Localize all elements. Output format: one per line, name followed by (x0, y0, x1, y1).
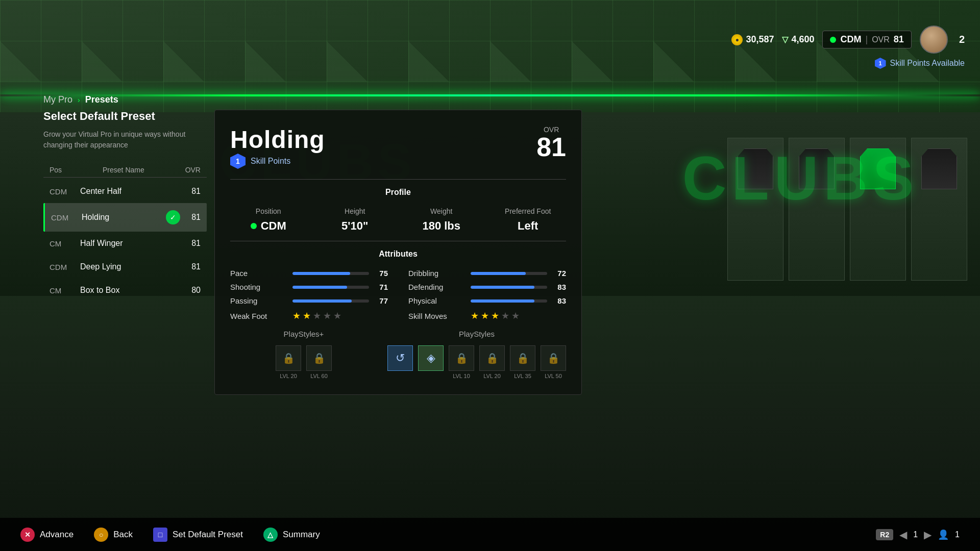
attr-passing-fill (292, 299, 352, 303)
jersey-4 (921, 148, 957, 189)
playstyle-2: ◈ (418, 345, 444, 379)
preset-row-deep-lying[interactable]: CDM Deep Lying 81 (43, 255, 207, 279)
divider-profile (230, 179, 566, 180)
preferred-foot-value: Left (490, 219, 567, 233)
attributes-grid: Pace 75 Dribbling 72 Shooting 71 Defendi… (230, 269, 566, 321)
playstyle-plus-1-box: 🔒 (276, 345, 301, 371)
attr-physical: Physical 83 (408, 296, 566, 305)
weight-value: 180 lbs (403, 219, 480, 233)
tokens-display: ▽ 4,600 (782, 34, 814, 45)
playstyle-1: ↺ (387, 345, 413, 379)
attr-pace-fill (292, 272, 350, 275)
player-number: 2 (959, 34, 965, 45)
skill-star-3: ★ (491, 310, 499, 321)
top-hud: ● 30,587 ▽ 4,600 CDM | OVR 81 2 1 Skill … (731, 26, 965, 69)
skill-points-row: 1 Skill Points (230, 154, 325, 169)
preset-row-half-winger[interactable]: CM Half Winger 81 (43, 232, 207, 255)
playstyles-section: PlayStyles ↺ ◈ 🔒 LVL 10 (387, 330, 566, 379)
playstyle-6: 🔒 LVL 50 (541, 345, 566, 379)
star-4: ★ (323, 310, 331, 321)
player-avatar (920, 26, 948, 54)
position-label: Position (230, 207, 307, 215)
attr-defending-bar (471, 286, 547, 289)
nav-arrow-left[interactable]: ◀ (899, 529, 907, 541)
breadcrumb-my-pro[interactable]: My Pro (43, 94, 72, 105)
card-ovr-value: 81 (536, 134, 566, 160)
preset-title: Holding (230, 126, 325, 154)
skill-star-5: ★ (511, 310, 520, 321)
attr-pace: Pace 75 (230, 269, 388, 278)
panel-description: Grow your Virtual Pro in unique ways wit… (43, 129, 207, 151)
playstyle-plus-2-lvl: LVL 60 (310, 373, 328, 379)
preset-pos-2: CM (50, 239, 80, 248)
playstyle-1-icon: ↺ (396, 352, 405, 365)
position-value: CDM (261, 219, 286, 233)
col-pos: Pos (50, 166, 62, 174)
ovr-block: OVR 81 (536, 126, 566, 160)
profile-grid: Position CDM Height 5'10" Weight 180 lbs… (230, 207, 566, 233)
action-set-default[interactable]: □ Set Default Preset (153, 528, 243, 542)
neon-strip (0, 94, 980, 96)
playstyle-3-box: 🔒 (449, 345, 474, 371)
playstyles-icons: ↺ ◈ 🔒 LVL 10 🔒 (387, 345, 566, 379)
divider-attributes (230, 241, 566, 241)
preset-ovr-0: 81 (185, 187, 201, 196)
profile-preferred-foot: Preferred Foot Left (490, 207, 567, 233)
preset-pos-1: CDM (51, 213, 82, 222)
playstyle-3-lvl: LVL 10 (453, 373, 470, 379)
preset-row-holding[interactable]: CDM Holding ✓ 81 (43, 203, 207, 232)
locker-4 (911, 138, 967, 281)
attr-physical-bar (471, 299, 547, 303)
action-advance[interactable]: ✕ Advance (20, 528, 74, 542)
playstyles-plus-section: PlayStyles+ 🔒 LVL 20 🔒 LVL 60 (230, 330, 377, 379)
attr-weak-foot-label: Weak Foot (230, 312, 286, 320)
skill-moves-stars: ★ ★ ★ ★ ★ (471, 310, 520, 321)
preset-row-box-to-box[interactable]: CM Box to Box 80 (43, 279, 207, 302)
preset-ovr-1: 81 (185, 213, 201, 222)
weak-foot-stars: ★ ★ ★ ★ ★ (292, 310, 341, 321)
skill-points-available-text: Skill Points Available (890, 59, 965, 68)
profile-weight: Weight 180 lbs (403, 207, 480, 233)
preset-name-3: Deep Lying (80, 262, 185, 271)
attr-physical-label: Physical (408, 296, 464, 305)
attr-passing-label: Passing (230, 296, 286, 305)
star-2: ★ (303, 310, 311, 321)
playstyle-plus-2-box: 🔒 (306, 345, 332, 371)
action-back[interactable]: ○ Back (94, 528, 133, 542)
attr-physical-fill (471, 299, 534, 303)
summary-label: Summary (283, 530, 320, 540)
attr-dribbling-label: Dribbling (408, 269, 464, 278)
badge-divider: | (865, 34, 868, 45)
attr-weak-foot: Weak Foot ★ ★ ★ ★ ★ (230, 310, 388, 321)
playstyles-container: PlayStyles+ 🔒 LVL 20 🔒 LVL 60 PlayStyl (230, 330, 566, 379)
position-dot (830, 37, 836, 43)
playstyle-2-icon: ◈ (427, 352, 435, 365)
preset-ovr-4: 80 (185, 286, 201, 295)
skill-star-2: ★ (481, 310, 489, 321)
r2-badge: R2 (876, 529, 893, 540)
main-card: Holding 1 Skill Points OVR 81 Profile Po… (214, 110, 582, 395)
playstyle-4: 🔒 LVL 20 (479, 345, 505, 379)
preset-name-1: Holding (82, 213, 166, 222)
position-badge: CDM | OVR 81 (822, 31, 911, 48)
preset-pos-4: CM (50, 286, 80, 295)
nav-arrow-right[interactable]: ▶ (924, 529, 932, 541)
attr-defending-label: Defending (408, 283, 464, 291)
star-3: ★ (313, 310, 321, 321)
preferred-foot-label: Preferred Foot (490, 207, 567, 215)
star-1: ★ (292, 310, 301, 321)
profile-height: Height 5'10" (317, 207, 394, 233)
attr-dribbling-bar (471, 272, 547, 275)
height-label: Height (317, 207, 394, 215)
playstyle-plus-2: 🔒 LVL 60 (306, 345, 332, 379)
action-summary[interactable]: △ Summary (263, 528, 320, 542)
skill-star-1: ★ (471, 310, 479, 321)
attr-passing: Passing 77 (230, 296, 388, 305)
attr-defending-value: 83 (553, 283, 566, 291)
lock-icon-4: 🔒 (486, 352, 499, 364)
btn-circle-icon: ○ (94, 528, 108, 542)
preset-row-center-half[interactable]: CDM Center Half 81 (43, 180, 207, 203)
playstyle-2-box: ◈ (418, 345, 444, 371)
playstyle-5-lvl: LVL 35 (514, 373, 531, 379)
coin-icon: ● (731, 34, 743, 45)
